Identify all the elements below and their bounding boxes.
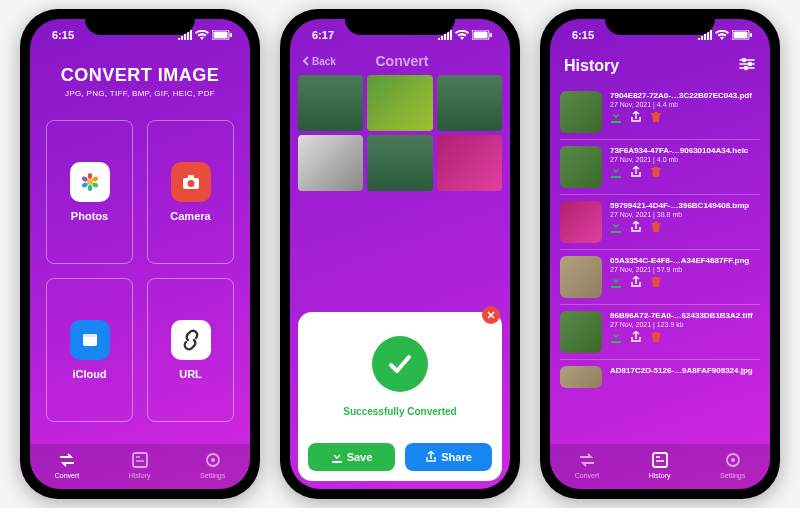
tab-settings-label: Settings: [720, 472, 745, 479]
svg-point-7: [87, 185, 91, 191]
download-icon: [610, 166, 622, 178]
history-header: History: [550, 51, 770, 81]
history-row[interactable]: 7904E827-72A0-…3C22B07EC043.pdf 27 Nov, …: [560, 85, 760, 140]
source-url-button[interactable]: URL: [147, 278, 234, 422]
image-thumb[interactable]: [437, 75, 502, 131]
source-photos-button[interactable]: Photos: [46, 120, 133, 264]
history-thumbnail: [560, 256, 602, 298]
download-icon: [610, 331, 622, 343]
tab-history[interactable]: History: [649, 450, 671, 479]
download-button[interactable]: [610, 276, 622, 288]
share-button[interactable]: [630, 276, 642, 288]
convert-icon: [577, 450, 597, 470]
svg-point-17: [211, 458, 215, 462]
history-row[interactable]: 59799421-4D4F-…396BC149408.bmp 27 Nov, 2…: [560, 195, 760, 250]
download-button[interactable]: [610, 331, 622, 343]
tab-history[interactable]: History: [129, 450, 151, 479]
history-row[interactable]: 86B96A72-7EA0-…62433DB1B3A2.tiff 27 Nov,…: [560, 305, 760, 360]
source-camera-button[interactable]: Camera: [147, 120, 234, 264]
download-button[interactable]: [610, 166, 622, 178]
notch: [85, 9, 195, 35]
download-button[interactable]: [610, 111, 622, 123]
svg-rect-1: [214, 32, 228, 39]
convert-icon: [57, 450, 77, 470]
screen-convert-home: 6:15 CONVERT IMAGE JPG, PNG, TIFF, BMP, …: [30, 19, 250, 489]
share-button[interactable]: [630, 331, 642, 343]
filter-button[interactable]: [738, 55, 756, 77]
history-row[interactable]: AD817C2D-5126-…9A8FAF908324.jpg: [560, 360, 760, 394]
history-list: 7904E827-72A0-…3C22B07EC043.pdf 27 Nov, …: [550, 81, 770, 444]
history-row[interactable]: 73F6A934-47FA-…90630104A34.heic 27 Nov, …: [560, 140, 760, 195]
svg-rect-27: [653, 453, 667, 467]
save-button[interactable]: Save: [308, 443, 395, 471]
status-time: 6:15: [52, 29, 74, 41]
share-button[interactable]: [630, 221, 642, 233]
settings-icon: [203, 450, 223, 470]
svg-rect-20: [490, 33, 492, 37]
file-meta: 27 Nov, 2021 | 38.8 mb: [610, 211, 760, 218]
history-thumbnail: [560, 366, 602, 388]
success-modal: Successfully Converted Save Share: [298, 312, 502, 481]
history-thumbnail: [560, 146, 602, 188]
modal-actions: Save Share: [308, 443, 492, 471]
delete-button[interactable]: [650, 276, 662, 288]
image-thumb[interactable]: [298, 75, 363, 131]
source-url-label: URL: [179, 368, 202, 380]
svg-point-12: [187, 180, 194, 187]
svg-point-26: [745, 67, 748, 70]
share-icon: [630, 111, 642, 123]
file-name: 73F6A934-47FA-…90630104A34.heic: [610, 146, 760, 155]
download-button[interactable]: [610, 221, 622, 233]
svg-point-4: [87, 173, 91, 179]
image-thumb[interactable]: [298, 135, 363, 191]
file-name: AD817C2D-5126-…9A8FAF908324.jpg: [610, 366, 760, 375]
image-grid: [290, 71, 510, 195]
tab-history-label: History: [649, 472, 671, 479]
close-modal-button[interactable]: [482, 306, 500, 324]
download-icon: [610, 221, 622, 233]
page-subtitle: JPG, PNG, TIFF, BMP, GIF, HEIC, PDF: [30, 89, 250, 98]
history-icon: [130, 450, 150, 470]
history-row[interactable]: 05A3354C-E4F8-…A34EF4887FF.png 27 Nov, 2…: [560, 250, 760, 305]
tab-bar: Convert History Settings: [550, 444, 770, 489]
battery-icon: [212, 30, 232, 40]
page-title: History: [564, 57, 619, 75]
svg-rect-23: [750, 33, 752, 37]
file-meta: 27 Nov, 2021 | 4.0 mb: [610, 156, 760, 163]
delete-button[interactable]: [650, 331, 662, 343]
download-icon: [610, 276, 622, 288]
download-icon: [610, 111, 622, 123]
save-label: Save: [347, 451, 373, 463]
image-thumb[interactable]: [367, 135, 432, 191]
file-name: 7904E827-72A0-…3C22B07EC043.pdf: [610, 91, 760, 100]
tab-convert[interactable]: Convert: [55, 450, 80, 479]
success-message: Successfully Converted: [343, 406, 456, 417]
back-button[interactable]: Back: [302, 56, 336, 67]
source-grid: Photos Camera iCloud URL: [30, 98, 250, 444]
wifi-icon: [195, 30, 209, 40]
tab-settings[interactable]: Settings: [720, 450, 745, 479]
share-button[interactable]: [630, 166, 642, 178]
file-meta: 27 Nov, 2021 | 4.4 mb: [610, 101, 760, 108]
svg-rect-14: [83, 334, 97, 337]
icloud-icon: [70, 320, 110, 360]
share-button[interactable]: [630, 111, 642, 123]
delete-button[interactable]: [650, 111, 662, 123]
file-name: 05A3354C-E4F8-…A34EF4887FF.png: [610, 256, 760, 265]
svg-rect-15: [133, 453, 147, 467]
history-icon: [650, 450, 670, 470]
tab-convert[interactable]: Convert: [575, 450, 600, 479]
share-icon: [630, 221, 642, 233]
trash-icon: [650, 166, 662, 178]
delete-button[interactable]: [650, 166, 662, 178]
image-thumb[interactable]: [437, 135, 502, 191]
share-button[interactable]: Share: [405, 443, 492, 471]
tab-settings[interactable]: Settings: [200, 450, 225, 479]
share-label: Share: [441, 451, 472, 463]
source-icloud-button[interactable]: iCloud: [46, 278, 133, 422]
trash-icon: [650, 221, 662, 233]
source-icloud-label: iCloud: [72, 368, 106, 380]
image-thumb[interactable]: [367, 75, 432, 131]
svg-rect-22: [734, 32, 748, 39]
delete-button[interactable]: [650, 221, 662, 233]
